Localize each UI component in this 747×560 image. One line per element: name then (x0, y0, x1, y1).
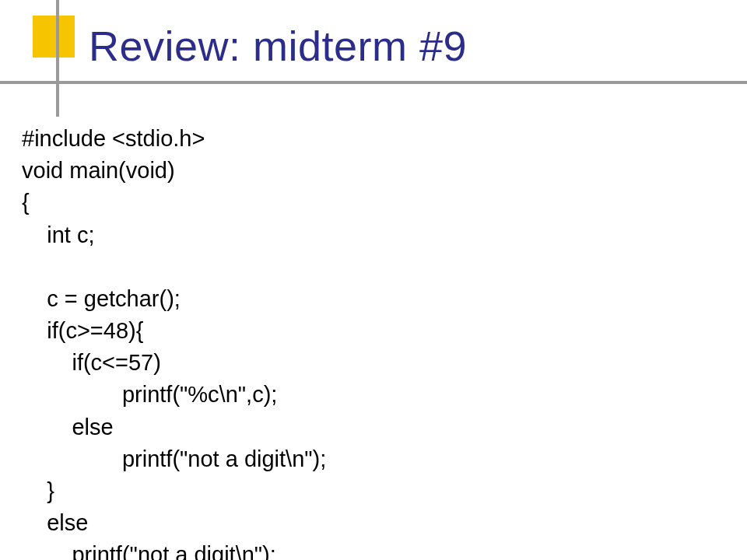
slide: Review: midterm #9 #include <stdio.h> vo… (0, 0, 747, 560)
vertical-rule (56, 0, 59, 117)
accent-square (33, 16, 75, 58)
slide-title: Review: midterm #9 (89, 22, 467, 70)
code-block: #include <stdio.h> void main(void) { int… (22, 123, 326, 560)
horizontal-rule (0, 81, 747, 84)
